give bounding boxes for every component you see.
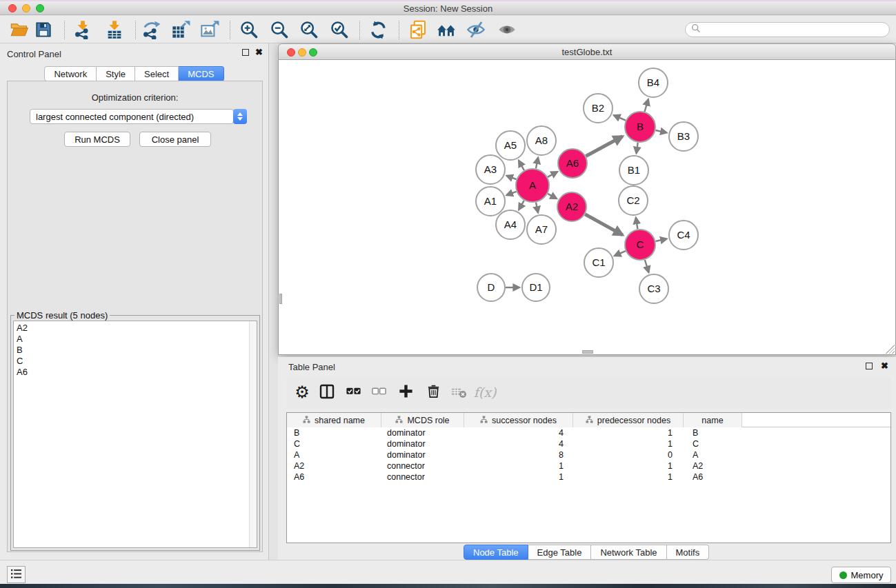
cell-predecessor_nodes[interactable]: 1 <box>573 460 684 472</box>
deselect-all-columns-button[interactable] <box>368 381 390 403</box>
graph-edge-B-B1[interactable] <box>637 143 638 154</box>
table-row[interactable]: Adominator80A <box>287 449 890 460</box>
run-mcds-button[interactable]: Run MCDS <box>64 132 130 147</box>
graph-edge-A6-B[interactable] <box>586 136 622 156</box>
graph-node-D1[interactable]: D1 <box>522 274 550 301</box>
cell-predecessor_nodes[interactable]: 1 <box>573 472 684 483</box>
cell-name[interactable]: A <box>684 449 742 460</box>
task-history-button[interactable] <box>7 566 26 583</box>
graph-edge-A-A5[interactable] <box>519 161 524 170</box>
cell-shared_name[interactable]: C <box>287 438 381 449</box>
table-row[interactable]: A6connector11A6 <box>287 472 890 483</box>
clone-network-button[interactable] <box>406 18 430 41</box>
cell-predecessor_nodes[interactable]: 1 <box>573 438 684 449</box>
float-table-panel-icon[interactable] <box>866 363 873 369</box>
cell-name[interactable]: A2 <box>684 460 742 472</box>
cell-mcds_role[interactable]: dominator <box>381 449 464 460</box>
graph-edge-B-B2[interactable] <box>614 115 626 121</box>
column-header-MCDS-role[interactable]: MCDS role <box>381 413 464 427</box>
mcds-result-item[interactable]: B <box>14 345 257 356</box>
cell-successor_nodes[interactable]: 1 <box>464 460 573 472</box>
cell-predecessor_nodes[interactable]: 1 <box>573 427 684 438</box>
save-session-button[interactable] <box>32 18 55 41</box>
graph-node-A8[interactable]: A8 <box>527 126 556 155</box>
graph-node-C[interactable]: C <box>625 230 655 260</box>
search-input[interactable] <box>704 24 884 36</box>
import-table-button[interactable] <box>103 18 126 41</box>
cell-name[interactable]: A6 <box>684 472 742 483</box>
graph-node-B2[interactable]: B2 <box>584 94 613 123</box>
cell-mcds_role[interactable]: dominator <box>381 438 464 449</box>
tab-network[interactable]: Network <box>44 66 97 81</box>
resize-grip-icon[interactable] <box>886 345 895 354</box>
graph-edge-B-B4[interactable] <box>645 99 648 112</box>
cell-name[interactable]: C <box>684 438 742 449</box>
tab-style[interactable]: Style <box>97 66 135 81</box>
graph-edge-A-A1[interactable] <box>506 192 516 195</box>
mcds-result-item[interactable]: A <box>14 334 257 345</box>
network-window-titlebar[interactable]: testGlobe.txt <box>278 43 896 60</box>
first-neighbors-button[interactable] <box>435 18 458 41</box>
split-panel-button[interactable] <box>316 381 338 403</box>
tab-mcds[interactable]: MCDS <box>179 66 223 81</box>
table-settings-button[interactable]: ⚙ <box>291 381 313 403</box>
graph-node-B4[interactable]: B4 <box>639 68 668 97</box>
graph-node-C2[interactable]: C2 <box>619 186 648 215</box>
column-header-predecessor-nodes[interactable]: predecessor nodes <box>573 413 684 427</box>
graph-node-B3[interactable]: B3 <box>669 122 698 151</box>
result-scrollbar[interactable] <box>249 321 257 547</box>
column-header-shared-name[interactable]: shared name <box>287 413 381 427</box>
graph-edge-A-A2[interactable] <box>548 194 557 199</box>
cell-shared_name[interactable]: B <box>287 427 381 438</box>
graph-node-A4[interactable]: A4 <box>496 210 525 239</box>
close-panel-button[interactable]: Close panel <box>139 132 211 147</box>
mcds-result-item[interactable]: A6 <box>14 367 257 378</box>
graph-node-D[interactable]: D <box>477 274 505 301</box>
graph-node-A7[interactable]: A7 <box>527 215 556 244</box>
export-table-button[interactable] <box>169 18 192 41</box>
canvas-horizontal-scroll-thumb[interactable] <box>582 350 593 354</box>
cell-successor_nodes[interactable]: 8 <box>464 449 573 460</box>
canvas-vertical-scroll-thumb[interactable] <box>279 294 282 304</box>
mcds-result-item[interactable]: C <box>14 356 257 367</box>
cell-mcds_role[interactable]: dominator <box>381 427 464 438</box>
import-network-button[interactable] <box>71 18 94 41</box>
float-panel-icon[interactable] <box>242 49 249 56</box>
tab-select[interactable]: Select <box>135 66 179 81</box>
create-column-button[interactable] <box>395 381 417 403</box>
cell-mcds_role[interactable]: connector <box>381 460 464 472</box>
graph-node-B[interactable]: B <box>625 112 655 142</box>
show-all-button[interactable] <box>495 18 519 41</box>
zoom-out-button[interactable] <box>268 18 291 41</box>
column-header-successor-nodes[interactable]: successor nodes <box>464 413 573 427</box>
network-canvas[interactable]: AA1A2A3A4A5A6A7A8BB1B2B3B4CC1C2C3C4DD1 <box>278 60 896 355</box>
cell-mcds_role[interactable]: connector <box>381 472 464 483</box>
zoom-selected-button[interactable] <box>328 18 351 41</box>
memory-button[interactable]: Memory <box>831 567 891 583</box>
zoom-fit-button[interactable] <box>297 18 321 41</box>
cell-shared_name[interactable]: A2 <box>287 460 381 472</box>
graph-node-B1[interactable]: B1 <box>619 156 648 185</box>
cell-predecessor_nodes[interactable]: 0 <box>573 449 684 460</box>
graph-edge-A-A8[interactable] <box>536 158 538 169</box>
graph-edge-B-B3[interactable] <box>656 130 667 133</box>
table-row[interactable]: Cdominator41C <box>287 438 890 449</box>
refresh-layout-button[interactable] <box>366 18 390 41</box>
tab-motifs[interactable]: Motifs <box>667 545 710 560</box>
cell-name[interactable]: B <box>684 427 742 438</box>
graph-edge-C-C1[interactable] <box>615 251 626 256</box>
close-panel-icon[interactable]: ✖ <box>255 49 263 56</box>
graph-node-A3[interactable]: A3 <box>476 155 505 184</box>
cell-shared_name[interactable]: A <box>287 449 381 460</box>
cell-successor_nodes[interactable]: 4 <box>464 438 573 449</box>
graph-edge-A-A3[interactable] <box>506 176 516 179</box>
graph-node-A5[interactable]: A5 <box>496 131 525 160</box>
tab-edge-table[interactable]: Edge Table <box>528 545 592 560</box>
graph-node-A6[interactable]: A6 <box>558 149 587 178</box>
table-row[interactable]: A2connector11A2 <box>287 460 890 472</box>
zoom-in-button[interactable] <box>237 18 261 41</box>
column-header-name[interactable]: name <box>684 413 742 427</box>
graph-edge-A-A7[interactable] <box>536 203 538 213</box>
close-table-panel-icon[interactable]: ✖ <box>881 363 888 369</box>
mcds-result-item[interactable]: A2 <box>14 321 257 334</box>
